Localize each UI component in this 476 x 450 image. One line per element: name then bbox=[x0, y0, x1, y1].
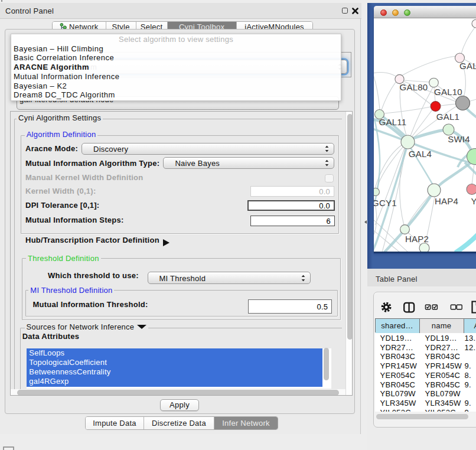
attribute-item[interactable]: TopologicalCoefficient bbox=[27, 358, 322, 367]
gear-icon[interactable] bbox=[382, 303, 390, 311]
which-threshold-combobox[interactable]: MI Threshold bbox=[148, 272, 311, 284]
graph-edge[interactable] bbox=[384, 107, 431, 113]
dropdown-item[interactable]: Bayesian – Hill Climbing bbox=[11, 44, 341, 54]
data-attributes-label: Data Attributes bbox=[22, 332, 79, 341]
column-header-name[interactable]: name bbox=[420, 319, 464, 333]
settings-vscrollbar-track[interactable] bbox=[345, 112, 353, 396]
graph-node-gal1[interactable] bbox=[431, 102, 441, 112]
aracne-mode-combobox[interactable]: Discovery bbox=[81, 143, 334, 155]
graph-node[interactable] bbox=[472, 19, 476, 28]
table-cell: 9. bbox=[465, 399, 471, 407]
mi-algorithm-type-combobox[interactable]: Naive Bayes bbox=[163, 157, 334, 169]
control-panel-title: Control Panel bbox=[5, 6, 54, 15]
settings-vscrollbar-thumb[interactable] bbox=[347, 114, 353, 340]
deselect-all-checkboxes-icon[interactable] bbox=[451, 305, 462, 309]
algorithm-definition-title: Algorithm Definition bbox=[25, 130, 98, 139]
split-view-icon[interactable] bbox=[404, 302, 414, 311]
select-all-checkboxes-icon[interactable] bbox=[425, 305, 437, 309]
column-header-third[interactable]: A bbox=[464, 319, 476, 333]
table-cell: YBR043C bbox=[425, 352, 461, 361]
table-row[interactable]: YLR345WYLR345W9. bbox=[375, 398, 476, 407]
bottom-tab-impute-data[interactable]: Impute Data bbox=[86, 417, 144, 429]
dropdown-item[interactable]: Bayesian – K2 bbox=[11, 81, 341, 91]
graph-node-gcy1[interactable] bbox=[374, 188, 380, 196]
manual-kernel-checkbox[interactable] bbox=[325, 174, 334, 182]
sources-collapse-arrow-icon[interactable] bbox=[137, 325, 146, 329]
dropdown-item[interactable]: ARACNE Algorithm bbox=[11, 63, 341, 72]
mi-threshold-field[interactable]: 0.5 bbox=[248, 299, 332, 314]
graph-node[interactable] bbox=[419, 243, 429, 252]
graph-edge[interactable] bbox=[374, 73, 397, 77]
table-row[interactable]: YBR043CYBR043C bbox=[375, 351, 476, 361]
table-cell: 9. bbox=[465, 361, 471, 370]
graph-edge[interactable] bbox=[374, 69, 380, 109]
graph-node-label: Y bbox=[471, 196, 476, 206]
graph-edge[interactable] bbox=[441, 104, 456, 106]
node-table: shared… name A YDL19…YDL19…13.YDR27…YDR2… bbox=[375, 318, 476, 412]
table-cell: YDL19… bbox=[425, 334, 457, 343]
graph-node-gal4[interactable] bbox=[401, 135, 415, 149]
graph-node-hap4[interactable] bbox=[428, 184, 441, 197]
graph-node-label: GAL80 bbox=[400, 82, 428, 92]
mi-algorithm-type-value: Naive Bayes bbox=[175, 159, 220, 168]
table-row[interactable]: YDL19…YDL19…13. bbox=[375, 333, 476, 343]
attributes-list-scrollbar-thumb[interactable] bbox=[324, 348, 329, 380]
dropdown-item[interactable]: Basic Correlation Inference bbox=[11, 53, 341, 63]
table-row[interactable]: YPR145WYPR145W9. bbox=[375, 361, 476, 370]
data-attributes-list[interactable]: SelfLoopsTopologicalCoefficientBetweenne… bbox=[27, 348, 331, 389]
algorithm-dropdown-popup: Select algorithm to view settingsBayesia… bbox=[11, 34, 341, 101]
graph-edge-highlighted[interactable] bbox=[412, 130, 445, 139]
table-row[interactable]: YDR27…YDR27…12. bbox=[375, 343, 476, 352]
table-hscrollbar-thumb[interactable] bbox=[376, 414, 468, 420]
network-canvas[interactable]: GAL2GAL80GAL10GAL1GAL11GAL4SWI4GCY1HAP4Y… bbox=[374, 18, 476, 252]
mi-steps-field[interactable]: 6 bbox=[250, 216, 335, 226]
graph-edge[interactable] bbox=[461, 27, 475, 54]
graph-edge-highlighted[interactable] bbox=[466, 108, 476, 119]
graph-node-gal10[interactable] bbox=[429, 78, 439, 87]
bottom-tab-infer-network[interactable]: Infer Network bbox=[214, 417, 278, 429]
minimize-traffic-light-icon[interactable] bbox=[392, 9, 399, 16]
table-cell: YBR043C bbox=[380, 352, 416, 361]
control-panel-titlebar[interactable]: Control Panel bbox=[0, 3, 361, 19]
attribute-item[interactable]: BetweennessCentrality bbox=[27, 367, 322, 377]
float-window-icon[interactable] bbox=[342, 8, 348, 14]
graph-edge-highlighted[interactable] bbox=[455, 232, 476, 252]
graph-node-y[interactable] bbox=[467, 184, 476, 195]
kernel-width-field[interactable]: 0.0 bbox=[250, 186, 334, 197]
dpi-tolerance-field[interactable]: 0.0 bbox=[247, 200, 335, 211]
graph-node-hap2[interactable] bbox=[400, 225, 410, 234]
close-traffic-light-icon[interactable] bbox=[380, 9, 387, 16]
network-window-titlebar[interactable] bbox=[374, 6, 476, 18]
table-row[interactable]: YIL052CYIL052C9. bbox=[375, 407, 476, 412]
graph-edge[interactable] bbox=[382, 82, 396, 110]
attribute-item[interactable]: gal4RGexp bbox=[27, 377, 322, 386]
zoom-traffic-light-icon[interactable] bbox=[404, 9, 410, 16]
table-row[interactable]: YBR045CYBR045C9. bbox=[375, 380, 476, 389]
apply-button[interactable]: Apply bbox=[160, 399, 199, 411]
column-header-shared[interactable]: shared… bbox=[376, 319, 420, 333]
table-row[interactable]: YBL079WYBL079W bbox=[375, 389, 476, 398]
close-icon[interactable] bbox=[352, 8, 358, 14]
graph-edge[interactable] bbox=[407, 194, 431, 226]
dropdown-item[interactable]: Dream8 DC_TDC Algorithm bbox=[11, 90, 341, 100]
network-window-bottom-shadow bbox=[374, 252, 476, 255]
graph-edge[interactable] bbox=[402, 56, 456, 76]
settings-hscrollbar-track[interactable] bbox=[11, 389, 345, 396]
mi-threshold-title: MI Threshold Definition bbox=[28, 286, 114, 295]
graph-edge[interactable] bbox=[472, 164, 474, 184]
hub-expand-arrow-icon[interactable] bbox=[163, 239, 169, 246]
mi-threshold-label: Mutual Information Threshold: bbox=[33, 300, 148, 309]
dropdown-item[interactable]: Mutual Information Inference bbox=[11, 72, 341, 81]
attribute-item[interactable]: SelfLoops bbox=[27, 348, 322, 358]
graph-edge[interactable] bbox=[410, 87, 433, 136]
sources-title-text: Sources for Network Inference bbox=[27, 322, 135, 331]
table-row[interactable]: YER054CYER054C8. bbox=[375, 370, 476, 380]
bottom-tab-discretize-data[interactable]: Discretize Data bbox=[144, 417, 214, 429]
table-hscrollbar-track[interactable] bbox=[375, 412, 476, 420]
settings-hscrollbar-thumb[interactable] bbox=[17, 390, 339, 396]
split-divider-arrow-icon[interactable] bbox=[364, 220, 367, 224]
mi-steps-value: 6 bbox=[327, 217, 331, 226]
document-icon[interactable] bbox=[472, 301, 476, 312]
bottom-left-widget[interactable] bbox=[3, 446, 14, 450]
graph-node[interactable] bbox=[456, 96, 470, 110]
